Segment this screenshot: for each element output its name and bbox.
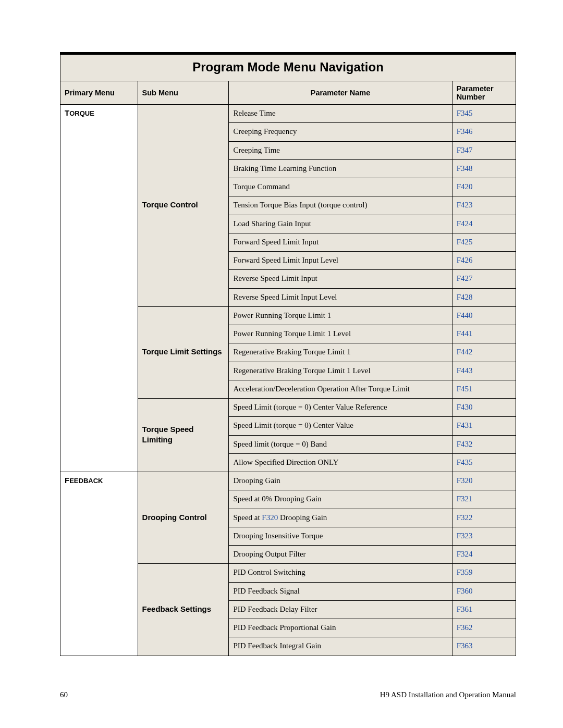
parameter-number[interactable]: F346 (452, 123, 516, 141)
primary-menu-cell: TORQUE (60, 105, 138, 472)
sub-menu-cell: Drooping Control (138, 472, 229, 564)
col-parameter-number: Parameter Number (452, 81, 516, 105)
parameter-link[interactable]: F432 (457, 440, 473, 448)
parameter-name: Speed limit (torque = 0) Band (229, 435, 452, 453)
parameter-name: Allow Specified Direction ONLY (229, 453, 452, 472)
parameter-name: Speed at F320 Drooping Gain (229, 509, 452, 527)
parameter-link[interactable]: F441 (457, 329, 473, 338)
parameter-name: Reverse Speed Limit Input Level (229, 288, 452, 306)
parameter-number[interactable]: F361 (452, 600, 516, 619)
parameter-number[interactable]: F362 (452, 619, 516, 637)
parameter-link[interactable]: F347 (457, 146, 473, 154)
col-sub-menu: Sub Menu (138, 81, 229, 105)
parameter-name: Power Running Torque Limit 1 (229, 306, 452, 325)
parameter-number[interactable]: F363 (452, 637, 516, 656)
parameter-number[interactable]: F360 (452, 582, 516, 600)
parameter-number[interactable]: F435 (452, 453, 516, 472)
sub-menu-cell: Torque Limit Settings (138, 306, 229, 398)
parameter-number[interactable]: F430 (452, 399, 516, 417)
parameter-name: Drooping Output Filter (229, 546, 452, 564)
parameter-name: Speed Limit (torque = 0) Center Value (229, 417, 452, 435)
parameter-link[interactable]: F321 (457, 495, 473, 503)
parameter-link[interactable]: F431 (457, 421, 473, 429)
table-row: TORQUETorque ControlRelease TimeF345 (60, 105, 516, 123)
parameter-link[interactable]: F424 (457, 219, 473, 228)
parameter-link[interactable]: F346 (457, 127, 473, 135)
parameter-name: PID Feedback Integral Gain (229, 637, 452, 656)
page-number: 60 (60, 690, 68, 699)
col-parameter-name: Parameter Name (229, 81, 452, 105)
parameter-number[interactable]: F424 (452, 215, 516, 233)
parameter-number[interactable]: F323 (452, 527, 516, 545)
sub-menu-cell: Torque Control (138, 105, 229, 307)
parameter-number[interactable]: F427 (452, 270, 516, 288)
parameter-number[interactable]: F359 (452, 564, 516, 582)
parameter-name: Forward Speed Limit Input Level (229, 252, 452, 270)
parameter-name: Release Time (229, 105, 452, 123)
parameter-link[interactable]: F435 (457, 458, 473, 466)
parameter-name: Forward Speed Limit Input (229, 233, 452, 251)
menu-navigation-table: Program Mode Menu Navigation Primary Men… (60, 52, 516, 656)
parameter-name: Speed at 0% Drooping Gain (229, 490, 452, 509)
manual-title: H9 ASD Installation and Operation Manual (380, 690, 516, 699)
parameter-name: Braking Time Learning Function (229, 159, 452, 178)
parameter-number[interactable]: F443 (452, 362, 516, 380)
parameter-link[interactable]: F324 (457, 550, 473, 558)
parameter-name: Speed Limit (torque = 0) Center Value Re… (229, 399, 452, 417)
parameter-link[interactable]: F428 (457, 293, 473, 301)
parameter-link[interactable]: F430 (457, 403, 473, 411)
parameter-number[interactable]: F432 (452, 435, 516, 453)
parameter-number[interactable]: F320 (452, 472, 516, 490)
parameter-link[interactable]: F360 (457, 587, 473, 595)
parameter-name: PID Feedback Signal (229, 582, 452, 600)
parameter-link[interactable]: F322 (457, 513, 473, 522)
col-primary-menu: Primary Menu (60, 81, 138, 105)
parameter-name: Reverse Speed Limit Input (229, 270, 452, 288)
parameter-number[interactable]: F442 (452, 343, 516, 362)
parameter-number[interactable]: F423 (452, 196, 516, 215)
parameter-number[interactable]: F428 (452, 288, 516, 306)
parameter-link[interactable]: F359 (457, 568, 473, 576)
parameter-number[interactable]: F321 (452, 490, 516, 509)
parameter-number[interactable]: F440 (452, 306, 516, 325)
parameter-link[interactable]: F427 (457, 274, 473, 282)
parameter-link[interactable]: F442 (457, 348, 473, 356)
parameter-link[interactable]: F451 (457, 385, 473, 393)
sub-menu-cell: Feedback Settings (138, 564, 229, 656)
parameter-number[interactable]: F425 (452, 233, 516, 251)
parameter-number[interactable]: F441 (452, 325, 516, 343)
parameter-number[interactable]: F324 (452, 546, 516, 564)
table-title: Program Mode Menu Navigation (60, 54, 516, 81)
table-row: FEEDBACKDrooping ControlDrooping GainF32… (60, 472, 516, 490)
parameter-link[interactable]: F443 (457, 366, 473, 375)
parameter-name: Creeping Frequency (229, 123, 452, 141)
parameter-name: PID Feedback Proportional Gain (229, 619, 452, 637)
parameter-name: PID Feedback Delay Filter (229, 600, 452, 619)
parameter-number[interactable]: F426 (452, 252, 516, 270)
parameter-number[interactable]: F420 (452, 178, 516, 196)
parameter-number[interactable]: F345 (452, 105, 516, 123)
parameter-link[interactable]: F348 (457, 164, 473, 172)
page-footer: 60 H9 ASD Installation and Operation Man… (60, 690, 516, 699)
parameter-link[interactable]: F362 (457, 623, 473, 632)
parameter-link[interactable]: F345 (457, 109, 473, 117)
parameter-link[interactable]: F363 (457, 641, 473, 650)
parameter-link[interactable]: F323 (457, 532, 473, 540)
parameter-name: Load Sharing Gain Input (229, 215, 452, 233)
parameter-link[interactable]: F320 (457, 476, 473, 485)
parameter-name: Regenerative Braking Torque Limit 1 (229, 343, 452, 362)
parameter-number[interactable]: F347 (452, 141, 516, 159)
parameter-number[interactable]: F431 (452, 417, 516, 435)
parameter-link[interactable]: F423 (457, 201, 473, 209)
parameter-link[interactable]: F361 (457, 605, 473, 613)
parameter-number[interactable]: F348 (452, 159, 516, 178)
primary-menu-cell: FEEDBACK (60, 472, 138, 656)
parameter-link[interactable]: F420 (457, 182, 473, 191)
parameter-name: Drooping Insensitive Torque (229, 527, 452, 545)
parameter-link[interactable]: F440 (457, 311, 473, 319)
parameter-number[interactable]: F451 (452, 380, 516, 398)
parameter-link[interactable]: F425 (457, 238, 473, 246)
parameter-link[interactable]: F426 (457, 256, 473, 264)
parameter-number[interactable]: F322 (452, 509, 516, 527)
parameter-name: Power Running Torque Limit 1 Level (229, 325, 452, 343)
